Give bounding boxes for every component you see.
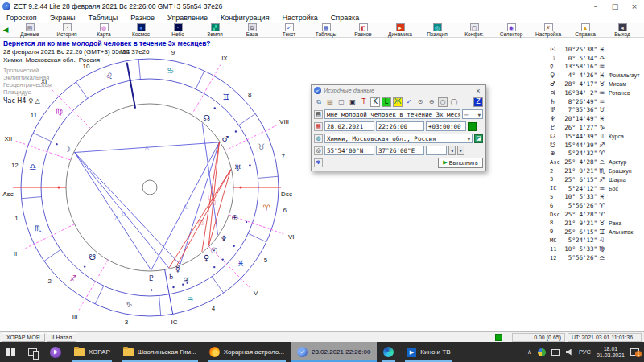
calendar-icon[interactable]: ▦: [314, 122, 323, 131]
menu-item-6[interactable]: Конфигурация: [214, 14, 275, 22]
display-icon[interactable]: [551, 349, 560, 356]
sign-boundary: [33, 133, 52, 142]
radio-small-icon[interactable]: ○: [438, 97, 448, 107]
toolbar-history-button[interactable]: ◔История: [48, 23, 85, 37]
chart-tab-horar[interactable]: ХОРАР МОЯ: [2, 333, 45, 342]
sun-center-icon[interactable]: ⊙: [415, 97, 425, 107]
zet-task[interactable]: 28.02.2021 22:26:00: [291, 342, 377, 362]
menu-item-5[interactable]: Управление: [161, 14, 214, 22]
copy-icon[interactable]: ⧉: [314, 97, 324, 107]
edge-task[interactable]: [377, 342, 400, 362]
house-label: 2: [550, 168, 559, 175]
close-button[interactable]: ×: [625, 0, 644, 12]
alice-button[interactable]: [43, 342, 68, 362]
new-icon[interactable]: ▢: [336, 97, 346, 107]
toolbar-cosmos-button[interactable]: ●Космос: [122, 23, 159, 37]
z-button[interactable]: Z: [473, 97, 483, 107]
toolbar-tables-button[interactable]: ▦Таблицы: [308, 23, 345, 37]
speaker-icon[interactable]: [566, 349, 573, 356]
position-icon: ◎: [433, 23, 442, 31]
toolbar-sky-button[interactable]: ·Небо: [159, 23, 196, 37]
longitude-input[interactable]: 37°26'00"E: [376, 146, 424, 155]
planet-uranus-degree-dot: [249, 164, 250, 166]
font-icon[interactable]: Т: [359, 97, 369, 107]
language-indicator[interactable]: РУС: [579, 348, 591, 356]
toolbar-config-button[interactable]: ▢Конфиг.: [456, 23, 493, 37]
planet-position-row: ☋15°44'39"♐: [550, 141, 643, 150]
maximize-button[interactable]: □: [605, 0, 625, 12]
zet-bird-icon[interactable]: ✓: [404, 97, 414, 107]
chart-tab-natal[interactable]: II Натал: [47, 333, 77, 342]
altitude-input[interactable]: [426, 146, 447, 155]
place-select[interactable]: Химки, Московская обл., Россия ▼: [324, 134, 473, 143]
toolbar-exit-button[interactable]: ◂Выход: [604, 23, 641, 37]
menu-item-1[interactable]: Гороскоп: [0, 14, 43, 22]
toolbar-settings-button[interactable]: ✗Настройка: [530, 23, 567, 37]
tray-expand-icon[interactable]: ∧: [527, 348, 532, 356]
planet-position-row: ♂28° 4'17"♉Мисам: [550, 80, 643, 88]
dialog-close-icon[interactable]: ×: [473, 87, 483, 95]
menu-item-4[interactable]: Разное: [124, 14, 161, 22]
toolbar-help-button[interactable]: ▲Справка: [567, 23, 604, 37]
toolbar-selector-button[interactable]: ◉Селектор: [493, 23, 530, 37]
toolbar-label: Таблицы: [316, 31, 337, 37]
folder-khorar[interactable]: ХОРАР: [68, 342, 117, 362]
planet-venus-degree-dot: [213, 266, 215, 268]
menu-item-8[interactable]: Справка: [324, 14, 365, 22]
atlas-button[interactable]: ◪: [474, 134, 483, 143]
start-button[interactable]: [0, 342, 22, 362]
spin-left-button[interactable]: ◂: [448, 146, 456, 155]
paste-icon[interactable]: ▤: [325, 97, 335, 107]
coordinates-icon[interactable]: ◎: [314, 146, 323, 155]
toolbar-earth-button[interactable]: ▞Земля: [196, 23, 233, 37]
zet-icon: [297, 347, 308, 357]
toolbar-chart-button[interactable]: ◍Карта: [85, 23, 122, 37]
back-arrow-button[interactable]: ◀: [0, 23, 11, 37]
defender-icon[interactable]: [538, 348, 546, 356]
house-cusp-line: [16, 141, 71, 160]
menu-item-3[interactable]: Таблицы: [82, 14, 125, 22]
planet-degrees: 16°34' 2": [559, 89, 597, 97]
toolbar-dynamics-button[interactable]: ▸Динамика: [382, 23, 419, 37]
radio-large-icon[interactable]: ◯: [449, 97, 459, 107]
task-view-button[interactable]: [22, 342, 43, 362]
sign-glyph-scorpio: ♏: [35, 224, 42, 232]
dialog-title-bar[interactable]: Исходные данные ×: [312, 85, 485, 96]
planet-pluto-glyph: ♇: [147, 274, 155, 282]
toolbar-text-button[interactable]: ✓Текст: [270, 23, 308, 37]
notification-icon[interactable]: 1: [630, 348, 639, 356]
chart-wheel[interactable]: ♈♉♊♋♌♍♎♏♐♑♒♓IIIIIVVIVIIIIXXIXII123456789…: [0, 38, 306, 331]
movies-task[interactable]: ▶Кино и ТВ: [400, 342, 456, 362]
k-button[interactable]: K: [370, 97, 380, 107]
database-icon: ⧉: [248, 23, 257, 31]
execute-button[interactable]: ▶ Выполнить: [438, 158, 483, 168]
event-button[interactable]: Ж: [393, 97, 402, 107]
planet-position-row: ☊15°44'39"♊Курса: [550, 132, 643, 141]
menu-item-2[interactable]: Экраны: [43, 14, 82, 22]
toolbar-data-button[interactable]: ▤Данные: [11, 23, 48, 37]
folder-shaolin[interactable]: Шаолиньская Гим...: [117, 342, 203, 362]
spin-right-button[interactable]: ▸: [457, 146, 464, 155]
globe-icon[interactable]: ◍: [314, 134, 323, 143]
time-input[interactable]: 22:26:00: [376, 121, 424, 131]
minimize-button[interactable]: –: [586, 0, 605, 12]
earth-center-icon[interactable]: ⊖: [427, 97, 436, 107]
latitude-input[interactable]: 55°54'00"N: [324, 146, 374, 155]
date-input[interactable]: 28.02.2021: [324, 121, 374, 131]
event-type-select[interactable]: – ▼: [462, 109, 483, 119]
save-icon[interactable]: ▣: [348, 97, 357, 107]
l-button[interactable]: L: [382, 97, 391, 107]
current-time-button[interactable]: [468, 122, 477, 131]
zodiac-sign-glyph: ♓: [597, 46, 606, 53]
house-label: 12: [550, 255, 559, 261]
question-input[interactable]: мне молодой человек в течение 3х месяцев…: [324, 109, 460, 119]
toolbar-position-button[interactable]: ◎Позиция: [419, 23, 456, 37]
clock[interactable]: 18:0101.03.2021: [597, 346, 625, 359]
toolbar-misc-button[interactable]: ◧Разное: [345, 23, 382, 37]
event-list-icon[interactable]: ▤: [314, 110, 323, 119]
toolbar-database-button[interactable]: ⧉База: [233, 23, 270, 37]
menu-item-7[interactable]: Настройка: [276, 14, 324, 22]
timezone-input[interactable]: +03:00:00: [426, 121, 466, 131]
options-icon[interactable]: ✾: [314, 158, 323, 167]
firefox-task[interactable]: Хорарная астроло...: [203, 342, 291, 362]
